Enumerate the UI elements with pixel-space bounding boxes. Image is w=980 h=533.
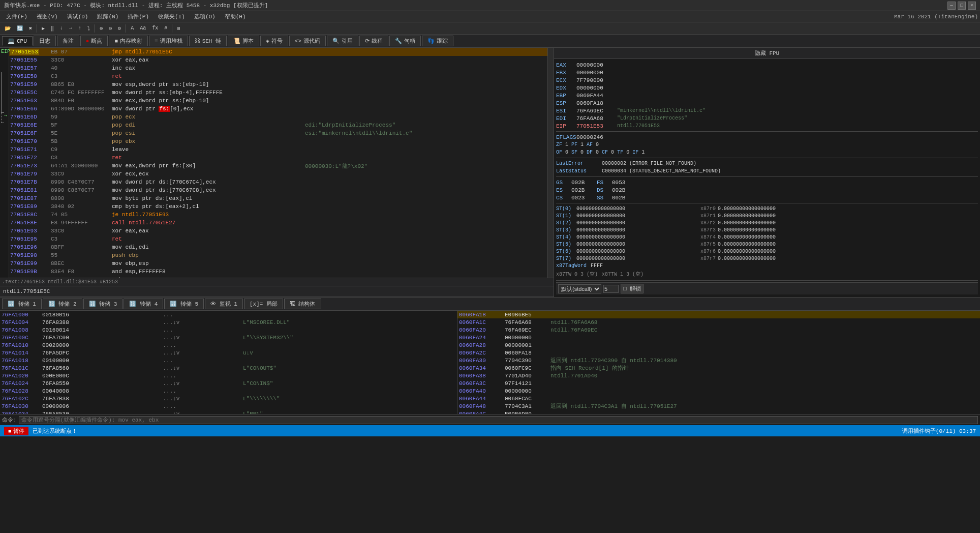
disasm-row[interactable]: 77051E71 C9 leave — [9, 145, 547, 154]
disasm-row[interactable]: 77051E70 5B pop ebx — [9, 137, 547, 145]
disasm-row[interactable]: 77051E5C C745 FC FEFFFFFF mov dword ptr … — [9, 88, 547, 97]
dump-row[interactable]: 76FA1008 00160014 ... — [0, 326, 457, 334]
btab-dump1[interactable]: 🔢 转储 1 — [2, 299, 42, 309]
btab-dump3[interactable]: 🔢 转储 3 — [83, 299, 123, 309]
reg-val-ebp[interactable]: 0060FA44 — [576, 93, 617, 99]
tab-callstack[interactable]: ≡ 调用堆栈 — [149, 36, 188, 46]
reg-val-esi[interactable]: 76FA69EC — [576, 108, 617, 114]
decode-btn[interactable]: □ 解锁 — [621, 284, 644, 293]
dump-row[interactable]: 76FA1028 00040008 .... — [0, 387, 457, 395]
dump-row[interactable]: 76FA1030 00000006 .... — [0, 402, 457, 410]
disasm-row[interactable]: 77051E79 33C9 xor ecx,ecx — [9, 170, 547, 178]
tb-hash[interactable]: # — [162, 24, 170, 32]
disasm-row[interactable]: 77051E66 64:890D 00000000 mov dword ptr … — [9, 105, 547, 113]
tab-breakpoints[interactable]: ● 断点 — [80, 36, 108, 46]
reg-val-eax[interactable]: 00000000 — [576, 62, 617, 68]
tb-run-to-ret[interactable]: ⤵ — [85, 24, 93, 33]
stack-row[interactable]: 0060FA3C 97F14121 — [457, 379, 980, 387]
disasm-row[interactable]: 77051E89 3848 02 cmp byte ptr ds:[eax+2]… — [9, 202, 547, 211]
dump-row[interactable]: 76FA1020 000E000C .... — [0, 372, 457, 379]
disasm-row[interactable]: 77051E55 33C0 xor eax,eax — [9, 56, 547, 64]
stack-row[interactable]: 0060FA1C 76FA6A68 ntdll.76FA6A68 — [457, 318, 980, 326]
dump-row[interactable]: 76FA1018 00100000 ... — [0, 357, 457, 364]
cmd-input[interactable] — [19, 416, 978, 424]
fpu-header[interactable]: 隐藏 FPU — [554, 48, 980, 59]
stack-row[interactable]: 0060FA4C E09B6D80 — [457, 410, 980, 414]
btab-dump5[interactable]: 🔢 转储 5 — [164, 299, 204, 309]
btab-struct[interactable]: 🏗 结构体 — [284, 299, 321, 309]
disasm-row[interactable]: 77051E93 33C0 xor eax,eax — [9, 227, 547, 235]
tb-open[interactable]: 📂 — [2, 24, 13, 33]
btab-dump2[interactable]: 🔢 转储 2 — [43, 299, 82, 309]
tab-source[interactable]: <> 源代码 — [289, 36, 326, 46]
tab-threads[interactable]: ⟳ 线程 — [359, 36, 388, 46]
stack-row[interactable]: 0060FA24 00000000 — [457, 334, 980, 341]
disasm-row[interactable]: 77051E59 8B65 E8 mov esp,dword ptr ss:[e… — [9, 80, 547, 88]
tb-stepinto[interactable]: ↓ — [57, 24, 66, 32]
disasm-row[interactable]: 77051E98 55 push ebp — [9, 251, 547, 259]
disasm-row[interactable]: 77051E8C 74 05 je ntdll.77051E93 — [9, 211, 547, 219]
stack-row[interactable]: 0060FA2C 0060FA18 — [457, 349, 980, 357]
menu-help[interactable]: 帮助(H) — [221, 12, 250, 21]
tb-pause[interactable]: ‖ — [48, 24, 56, 33]
disasm-row[interactable]: 77051E6D 59 pop ecx — [9, 113, 547, 121]
btab-watch[interactable]: 👁 监视 1 — [205, 299, 243, 309]
dump-row[interactable]: 76FA100C 76FA7C00 ...↓v L"\\SYSTEM32\\" — [0, 334, 457, 341]
tb-close[interactable]: ✖ — [26, 24, 35, 33]
menu-favorites[interactable]: 收藏夹(I) — [154, 12, 189, 21]
dump-row[interactable]: 76FA1024 76FA8550 ...↓v L"CONIN$" — [0, 379, 457, 387]
menu-plugin[interactable]: 插件(P) — [124, 12, 153, 21]
tab-seh[interactable]: ⛓ SEH 链 — [189, 36, 227, 46]
disasm-row[interactable]: 77051E72 C3 ret — [9, 154, 547, 162]
disasm-row[interactable]: 77051E95 C3 ret — [9, 235, 547, 243]
stack-row[interactable]: 0060FA48 7704C3A1 返回到 ntdll.7704C3A1 自 n… — [457, 402, 980, 410]
menu-trace[interactable]: 跟踪(N) — [93, 12, 122, 21]
menu-options[interactable]: 选项(O) — [190, 12, 220, 21]
tb-settings2[interactable]: ⊞ — [174, 24, 182, 33]
disasm-row[interactable]: 77051E6F 5E pop esi esi:"minkernel\ntdll… — [9, 129, 547, 137]
menu-view[interactable]: 视图(V) — [33, 12, 62, 21]
tb-run[interactable]: ▶ — [39, 24, 47, 33]
menu-debug[interactable]: 调试(D) — [63, 12, 93, 21]
btab-locals[interactable]: [x]= 局部 — [244, 299, 283, 309]
tab-cpu[interactable]: 💻 CPU — [2, 36, 33, 46]
disasm-row[interactable]: 77051E99 8BEC mov ebp,esp — [9, 259, 547, 268]
callconv-count[interactable] — [603, 285, 619, 293]
stack-row[interactable]: 0060FA20 76FA69EC ntdll.76FA69EC — [457, 326, 980, 334]
tab-memory[interactable]: ■ 内存映射 — [109, 36, 148, 46]
disasm-row[interactable]: 77051E96 8BFF mov edi,edi — [9, 243, 547, 251]
stack-row[interactable]: 0060FA28 00000001 — [457, 341, 980, 349]
close-btn[interactable]: × — [968, 2, 976, 10]
tb-aa[interactable]: Aa — [137, 24, 148, 32]
tab-refs[interactable]: 🔍 引用 — [327, 36, 358, 46]
callconv-select[interactable]: 默认(stdcall) — [558, 284, 601, 293]
disasm-row[interactable]: 77051E81 8990 C8670C77 mov dword ptr ds:… — [9, 186, 547, 194]
tab-log[interactable]: 日志 — [34, 36, 56, 46]
reg-val-edi[interactable]: 76FA6A68 — [576, 115, 617, 122]
tb-bp[interactable]: ⊕ — [97, 24, 105, 33]
tab-handles[interactable]: 🔧 句柄 — [389, 36, 421, 46]
reg-val-edx[interactable]: 00000000 — [576, 85, 617, 91]
disasm-row[interactable]: 77051E73 64:A1 30000000 mov eax,dword pt… — [9, 162, 547, 170]
tb-restart[interactable]: 🔄 — [14, 24, 25, 33]
maximize-btn[interactable]: □ — [958, 2, 966, 10]
disasm-row[interactable]: 77051E7B 8990 C4670C77 mov dword ptr ds:… — [9, 178, 547, 186]
dump-row[interactable]: 76FA101C 76FA8560 ...↓v L"CONOUT$" — [0, 364, 457, 372]
tab-symbols[interactable]: ◈ 符号 — [260, 36, 288, 46]
reg-val-eip[interactable]: 77051E53 — [576, 123, 617, 129]
stack-row[interactable]: 0060FA34 0060FC9C 指向 SEH_Record[1] 的指针 — [457, 364, 980, 372]
stack-row[interactable]: 0060FA38 7701AD40 ntdll.7701AD40 — [457, 372, 980, 379]
disasm-scrollbar[interactable] — [547, 48, 554, 278]
disasm-area[interactable]: 77051E53 EB 07 jmp ntdll.77051E5C 77051E… — [9, 48, 547, 278]
menu-file[interactable]: 文件(F) — [2, 12, 32, 21]
disasm-row[interactable]: 77051E63 8B4D F0 mov ecx,dword ptr ss:[e… — [9, 97, 547, 105]
stack-panel[interactable]: 0060FA18 E09B6BE5 0060FA1C 76FA6A68 ntdl… — [457, 311, 980, 414]
stack-row[interactable]: 0060FA44 0060FCAC — [457, 395, 980, 402]
disasm-row[interactable]: 77051E57 40 inc eax — [9, 64, 547, 72]
tb-stepout[interactable]: ↑ — [76, 24, 84, 32]
dump-panel[interactable]: 76FA1000 00180016 ... 76FA1004 76FA8388 … — [0, 311, 457, 414]
tb-fx[interactable]: fx — [149, 24, 161, 32]
disasm-row[interactable]: 77051E53 EB 07 jmp ntdll.77051E5C — [9, 48, 547, 56]
stack-row[interactable]: 0060FA18 E09B6BE5 — [457, 311, 980, 318]
tab-trace[interactable]: 👣 跟踪 — [422, 36, 453, 46]
